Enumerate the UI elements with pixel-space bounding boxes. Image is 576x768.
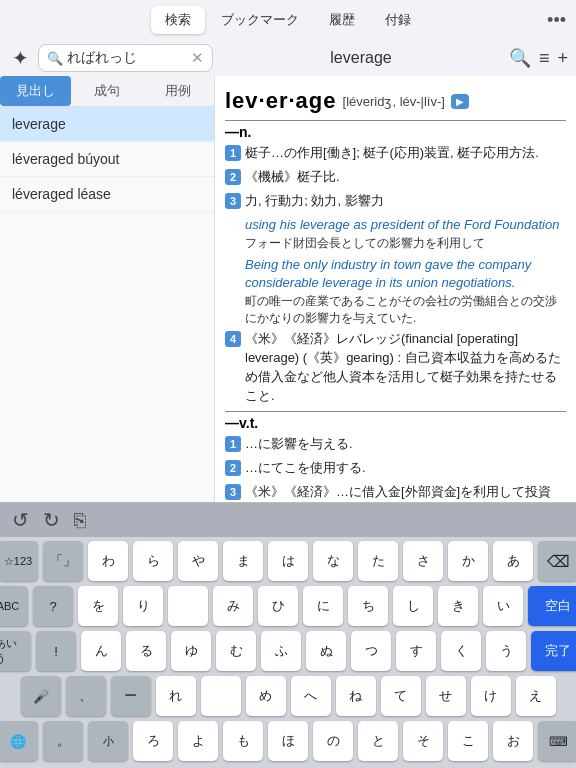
tab-search[interactable]: 検索 — [151, 6, 205, 34]
key-ma[interactable]: ま — [223, 541, 263, 581]
key-bracket[interactable]: 「」 — [43, 541, 83, 581]
top-nav: 検索 ブックマーク 履歴 付録 ••• — [0, 0, 576, 40]
key-wa[interactable]: わ — [88, 541, 128, 581]
main-area: 見出し 成句 用例 leverage léveraged búyout léve… — [0, 76, 576, 502]
key-no[interactable]: の — [313, 721, 353, 761]
list-item-leveraged-lease[interactable]: léveraged léase — [0, 177, 214, 212]
key-keyboard-icon[interactable]: ⌨ — [538, 721, 576, 761]
tab-bookmark[interactable]: ブックマーク — [207, 6, 313, 34]
key-yu[interactable]: ゆ — [171, 631, 211, 671]
key-ku[interactable]: く — [441, 631, 481, 671]
key-ro[interactable]: ろ — [133, 721, 173, 761]
key-ko[interactable]: こ — [448, 721, 488, 761]
key-abc[interactable]: ABC — [0, 586, 28, 626]
key-ya[interactable]: や — [178, 541, 218, 581]
key-ni[interactable]: に — [303, 586, 343, 626]
kb-row-0: ☆123 「」 わ ら や ま は な た さ か あ ⌫ — [2, 541, 574, 581]
more-options-icon[interactable]: ••• — [547, 10, 566, 31]
example-3-en-2: Being the only industry in town gave the… — [245, 256, 566, 292]
key-small[interactable]: 小 — [88, 721, 128, 761]
key-te[interactable]: て — [381, 676, 421, 716]
clear-search-icon[interactable]: ✕ — [191, 49, 204, 67]
key-na[interactable]: な — [313, 541, 353, 581]
delete-icon: ⌫ — [547, 552, 570, 571]
def-4: 4 《米》《経済》レバレッジ(financial [operating] lev… — [225, 330, 566, 405]
key-so[interactable]: そ — [403, 721, 443, 761]
key-question[interactable]: ? — [33, 586, 73, 626]
key-ri[interactable]: り — [123, 586, 163, 626]
search-box[interactable]: 🔍 ればれっじ ✕ — [38, 44, 213, 72]
key-shi[interactable]: し — [393, 586, 433, 626]
key-ka[interactable]: か — [448, 541, 488, 581]
key-mic[interactable]: 🎤 — [21, 676, 61, 716]
def-num-vt-3: 3 — [225, 484, 241, 500]
key-dash[interactable]: ー — [111, 676, 151, 716]
search-action-add[interactable]: ≡ — [539, 48, 550, 69]
key-ne[interactable]: ね — [336, 676, 376, 716]
key-ke[interactable]: け — [471, 676, 511, 716]
audio-button[interactable]: ▶ — [451, 94, 469, 109]
sidebar-tab-headword[interactable]: 見出し — [0, 76, 71, 106]
undo-icon[interactable]: ↺ — [12, 508, 29, 532]
key-nu[interactable]: ぬ — [306, 631, 346, 671]
key-i[interactable]: い — [483, 586, 523, 626]
def-text-vt-1: …に影響を与える. — [245, 435, 353, 454]
def-num-4: 4 — [225, 331, 241, 347]
redo-icon[interactable]: ↻ — [43, 508, 60, 532]
key-hi[interactable]: ひ — [258, 586, 298, 626]
sidebar-toggle-icon[interactable]: ✦ — [8, 46, 32, 70]
key-exclaim[interactable]: ! — [36, 631, 76, 671]
key-ra[interactable]: ら — [133, 541, 173, 581]
key-ru[interactable]: る — [126, 631, 166, 671]
key-special-1[interactable]: ☆123 — [0, 541, 38, 581]
key-done[interactable]: 完了 — [531, 631, 576, 671]
key-re[interactable]: れ — [156, 676, 196, 716]
key-comma[interactable]: 、 — [66, 676, 106, 716]
key-mo[interactable]: も — [223, 721, 263, 761]
key-globe[interactable]: 🌐 — [0, 721, 38, 761]
key-me[interactable]: め — [246, 676, 286, 716]
kb-row-3: 🎤 、 ー れ め へ ね て せ け え — [2, 676, 574, 716]
list-item-leverage[interactable]: leverage — [0, 107, 214, 142]
key-wo[interactable]: を — [78, 586, 118, 626]
tab-appendix[interactable]: 付録 — [371, 6, 425, 34]
sidebar-tab-example[interactable]: 用例 — [143, 76, 214, 106]
key-to[interactable]: と — [358, 721, 398, 761]
key-u[interactable]: う — [486, 631, 526, 671]
search-input[interactable]: ればれっじ — [67, 49, 187, 67]
def-1: 1 梃子…の作用[働き]; 梃子(応用)装置, 梃子応用方法. — [225, 144, 566, 163]
key-period[interactable]: 。 — [43, 721, 83, 761]
key-ki[interactable]: き — [438, 586, 478, 626]
key-fu[interactable]: ふ — [261, 631, 301, 671]
key-yo[interactable]: よ — [178, 721, 218, 761]
key-n[interactable]: ん — [81, 631, 121, 671]
sidebar-tabs: 見出し 成句 用例 — [0, 76, 214, 107]
copy-icon[interactable]: ⎘ — [74, 509, 86, 532]
example-3-en-1: using his leverage as president of the F… — [245, 216, 566, 234]
sidebar-tab-phrase[interactable]: 成句 — [71, 76, 142, 106]
key-sa[interactable]: さ — [403, 541, 443, 581]
list-item-leveraged-buyout[interactable]: léveraged búyout — [0, 142, 214, 177]
key-ha[interactable]: は — [268, 541, 308, 581]
search-action-search[interactable]: 🔍 — [509, 47, 531, 69]
keyboard-rows: ☆123 「」 わ ら や ま は な た さ か あ ⌫ ABC ? を り … — [0, 537, 576, 768]
key-delete[interactable]: ⌫ — [538, 541, 576, 581]
key-space[interactable]: 空白 — [528, 586, 576, 626]
key-o[interactable]: お — [493, 721, 533, 761]
key-mu[interactable]: む — [216, 631, 256, 671]
key-ta[interactable]: た — [358, 541, 398, 581]
example-3-ja-1: フォード財団会長としての影響力を利用して — [245, 235, 566, 252]
key-aiueo[interactable]: あいう — [0, 631, 31, 671]
search-action-plus[interactable]: + — [557, 48, 568, 69]
key-ho[interactable]: ほ — [268, 721, 308, 761]
tab-history[interactable]: 履歴 — [315, 6, 369, 34]
key-he[interactable]: へ — [291, 676, 331, 716]
key-se[interactable]: せ — [426, 676, 466, 716]
key-tsu[interactable]: つ — [351, 631, 391, 671]
key-chi[interactable]: ち — [348, 586, 388, 626]
def-vt-3: 3 《米》《経済》…に借入金[外部資金]を利用して投資[投機]する, 梃子入れす… — [225, 483, 566, 502]
key-mi[interactable]: み — [213, 586, 253, 626]
key-su[interactable]: す — [396, 631, 436, 671]
key-e[interactable]: え — [516, 676, 556, 716]
key-a[interactable]: あ — [493, 541, 533, 581]
